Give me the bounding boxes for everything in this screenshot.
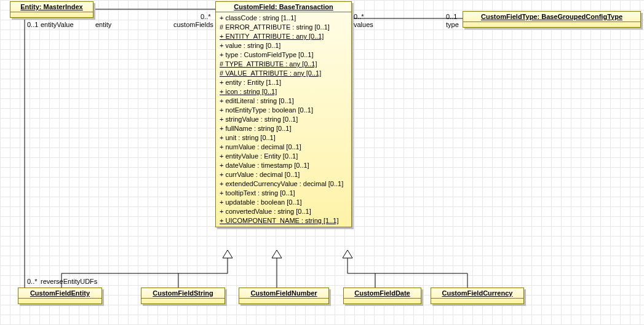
role-label: entityValue — [41, 21, 74, 28]
class-body-empty — [10, 12, 93, 17]
attribute-row: + editLiteral : string [0..1] — [220, 96, 348, 106]
class-customfieldtype[interactable]: CustomFieldType: BaseGroupedConfigType — [463, 11, 641, 28]
class-title: CustomField: BaseTransaction — [216, 2, 351, 12]
class-attributes: + classCode : string [1..1]# ERROR_ATTRI… — [216, 12, 351, 227]
class-customfieldstring[interactable]: CustomFieldString — [141, 288, 225, 304]
class-customfielddate[interactable]: CustomFieldDate — [343, 288, 421, 304]
attribute-row: + currValue : decimal [0..1] — [220, 170, 348, 179]
attribute-row: + UICOMPONENT_NAME : string [1..1] — [220, 216, 348, 225]
class-title: CustomFieldString — [141, 288, 225, 299]
class-body-empty — [463, 22, 640, 27]
class-title: CustomFieldNumber — [239, 288, 328, 299]
class-customfieldentity[interactable]: CustomFieldEntity — [18, 288, 102, 304]
attribute-row: + convertedValue : string [0..1] — [220, 207, 348, 216]
role-label: values — [354, 21, 373, 28]
multiplicity-label: 0..* — [27, 278, 38, 285]
class-customfieldcurrency[interactable]: CustomFieldCurrency — [431, 288, 524, 304]
multiplicity-label: 0..* — [201, 13, 211, 20]
attribute-row: # VALUE_ATTRIBUTE : any [0..1] — [220, 69, 348, 78]
multiplicity-label: 0..1 — [446, 13, 457, 20]
attribute-row: + stringValue : string [0..1] — [220, 115, 348, 124]
multiplicity-label: 0..* — [354, 13, 364, 20]
attribute-row: + entity : Entity [1..1] — [220, 78, 348, 87]
class-entity-masterindex[interactable]: Entity: MasterIndex — [10, 1, 93, 18]
class-customfieldnumber[interactable]: CustomFieldNumber — [239, 288, 329, 304]
attribute-row: + updatable : boolean [0..1] — [220, 198, 348, 207]
class-title: CustomFieldDate — [344, 288, 421, 299]
attribute-row: + notEntityType : boolean [0..1] — [220, 106, 348, 115]
attribute-row: + classCode : string [1..1] — [220, 14, 348, 23]
class-title: CustomFieldEntity — [18, 288, 101, 299]
attribute-row: + type : CustomFieldType [0..1] — [220, 50, 348, 60]
attribute-row: # ERROR_ATTRIBUTE : string [0..1] — [220, 23, 348, 32]
class-title: CustomFieldType: BaseGroupedConfigType — [463, 12, 640, 22]
attribute-row: + extendedCurrencyValue : decimal [0..1] — [220, 179, 348, 189]
attribute-row: + unit : string [0..1] — [220, 133, 348, 143]
attribute-row: # TYPE_ATTRIBUTE : any [0..1] — [220, 60, 348, 69]
multiplicity-label: 0..1 — [27, 21, 38, 28]
attribute-row: + fullName : string [0..1] — [220, 124, 348, 133]
class-title: Entity: MasterIndex — [10, 2, 93, 12]
role-label: customFields — [173, 21, 213, 28]
attribute-row: + value : string [0..1] — [220, 41, 348, 50]
attribute-row: + icon : string [0..1] — [220, 87, 348, 96]
class-title: CustomFieldCurrency — [431, 288, 523, 299]
class-customfield[interactable]: CustomField: BaseTransaction + classCode… — [215, 1, 352, 227]
attribute-row: + tooltipText : string [0..1] — [220, 189, 348, 198]
attribute-row: + entityValue : Entity [0..1] — [220, 152, 348, 161]
role-label: type — [446, 21, 459, 28]
role-label: entity — [95, 21, 111, 28]
attribute-row: + ENTITY_ATTRIBUTE : any [0..1] — [220, 32, 348, 41]
role-label: reverseEntityUDFs — [41, 278, 97, 285]
attribute-row: + numValue : decimal [0..1] — [220, 143, 348, 152]
attribute-row: + dateValue : timestamp [0..1] — [220, 161, 348, 170]
